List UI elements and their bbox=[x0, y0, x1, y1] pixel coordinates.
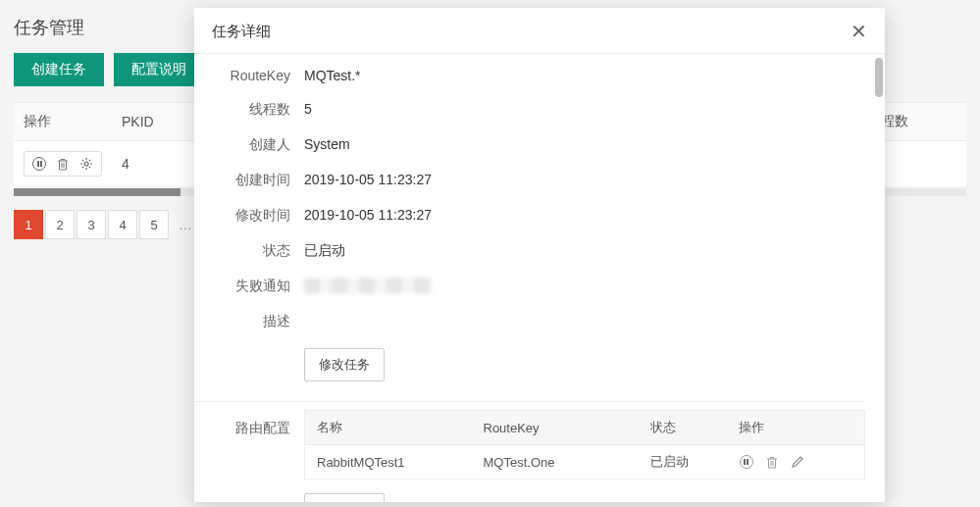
rt-col-name: 名称 bbox=[305, 411, 472, 445]
rt-cell-status: 已启动 bbox=[639, 445, 727, 480]
label-modify-time: 修改时间 bbox=[194, 205, 304, 225]
label-status: 状态 bbox=[194, 240, 304, 260]
value-modify-time: 2019-10-05 11:23:27 bbox=[304, 205, 865, 223]
rt-col-routekey: RouteKey bbox=[472, 411, 639, 445]
value-routekey: MQTest.* bbox=[304, 66, 865, 83]
page-4[interactable]: 4 bbox=[108, 210, 137, 239]
rt-cell-routekey: MQTest.One bbox=[472, 445, 639, 480]
value-fail-notify bbox=[304, 276, 865, 293]
edit-task-button[interactable]: 修改任务 bbox=[304, 348, 385, 381]
value-status: 已启动 bbox=[304, 240, 865, 260]
rt-col-status: 状态 bbox=[639, 411, 727, 445]
rt-col-operate: 操作 bbox=[727, 411, 865, 445]
modal-title: 任务详细 bbox=[212, 23, 271, 41]
config-desc-button[interactable]: 配置说明 bbox=[114, 53, 204, 86]
row-op-group bbox=[24, 151, 102, 177]
page-2[interactable]: 2 bbox=[45, 210, 75, 239]
task-detail-modal: 任务详细 ✕ RouteKey MQTest.* 线程数 5 创建人 Syste… bbox=[194, 8, 885, 502]
add-route-button[interactable]: 添加路由 bbox=[304, 493, 385, 502]
create-task-button[interactable]: 创建任务 bbox=[14, 53, 104, 86]
svg-point-0 bbox=[84, 162, 88, 166]
edit-icon[interactable] bbox=[790, 454, 805, 470]
vertical-scrollbar[interactable] bbox=[875, 58, 883, 498]
route-row: RabbitMQTest1 MQTest.One 已启动 bbox=[305, 445, 865, 480]
value-create-time: 2019-10-05 11:23:27 bbox=[304, 170, 865, 187]
divider bbox=[194, 401, 865, 402]
label-create-time: 创建时间 bbox=[194, 170, 304, 189]
redacted-content bbox=[304, 278, 432, 293]
label-creator: 创建人 bbox=[194, 134, 304, 154]
route-op-group bbox=[739, 454, 853, 470]
value-creator: System bbox=[304, 134, 865, 152]
col-header-operate: 操作 bbox=[14, 103, 112, 141]
label-route-config: 路由配置 bbox=[194, 410, 304, 502]
close-icon[interactable]: ✕ bbox=[851, 22, 867, 41]
page-3[interactable]: 3 bbox=[77, 210, 106, 239]
label-fail-notify: 失败通知 bbox=[194, 276, 304, 295]
pause-icon[interactable] bbox=[28, 154, 50, 174]
label-description: 描述 bbox=[194, 311, 304, 330]
label-threads: 线程数 bbox=[194, 99, 304, 119]
trash-icon[interactable] bbox=[764, 454, 780, 470]
gear-icon[interactable] bbox=[76, 154, 97, 174]
trash-icon[interactable] bbox=[52, 154, 74, 174]
route-table: 名称 RouteKey 状态 操作 RabbitMQTest1 MQTest.O… bbox=[304, 410, 865, 480]
pause-icon[interactable] bbox=[739, 454, 754, 470]
value-description bbox=[304, 311, 865, 313]
value-threads: 5 bbox=[304, 99, 865, 117]
page-1[interactable]: 1 bbox=[14, 210, 43, 239]
label-routekey: RouteKey bbox=[194, 66, 304, 83]
rt-cell-name: RabbitMQTest1 bbox=[305, 445, 472, 480]
page-5[interactable]: 5 bbox=[139, 210, 169, 239]
